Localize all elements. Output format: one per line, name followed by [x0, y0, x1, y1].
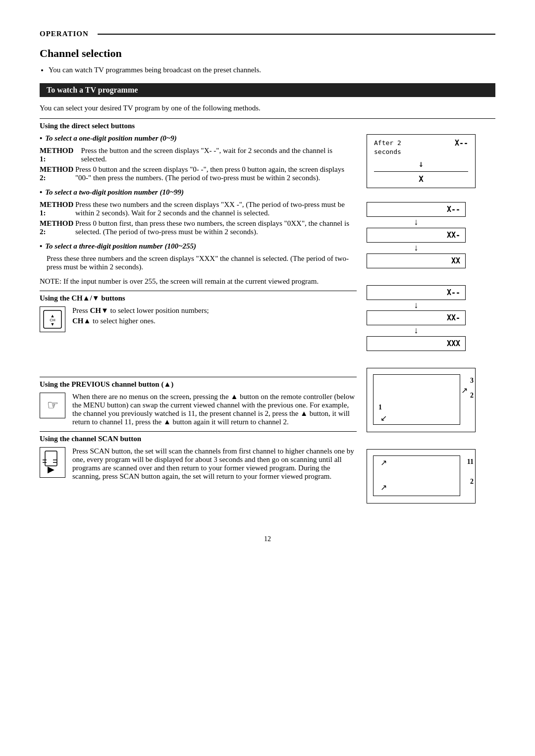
diag-ch-inner: 3 2 1 ↗ ↙: [373, 374, 460, 425]
ch-up-text: CH▲ to select higher ones.: [72, 317, 209, 325]
scan-icon: ▶: [40, 447, 65, 478]
prev-channel-section: Using the PREVIOUS channel button (▲): [40, 377, 357, 389]
select-method-intro: You can select your desired TV program b…: [40, 104, 495, 112]
diag1-after-label: After 2 seconds: [374, 139, 401, 156]
method2-two-text: Press 0 button first, than press these t…: [75, 219, 357, 236]
diag3-arrow2: ↓: [367, 325, 466, 336]
diag1-group: After 2 seconds X-- ↓ X: [367, 134, 476, 193]
diag-ch: 3 2 1 ↗ ↙: [367, 368, 476, 432]
diag1-x: X: [374, 171, 468, 184]
method1-two-label: METHOD 1:: [40, 201, 75, 217]
ch-buttons-text: Press CH▼ to select lower position numbe…: [72, 306, 209, 325]
operation-header: OPERATION: [40, 30, 495, 38]
scan-title: Using the channel SCAN button: [40, 435, 357, 443]
prev-channel-text: When there are no menus on the screen, p…: [72, 393, 357, 426]
diag2-row2: XX-: [367, 228, 466, 243]
ch-down-text: Press CH▼ to select lower position numbe…: [72, 306, 209, 315]
method1-two-line: METHOD 1: Press these two numbers and th…: [40, 201, 357, 217]
prev-channel-content: ☞ When there are no menus on the screen,…: [40, 393, 357, 426]
method2-two-label: METHOD 2:: [40, 219, 75, 236]
svg-text:▼: ▼: [51, 322, 55, 327]
svg-text:☞: ☞: [47, 398, 58, 412]
ch-buttons-section: Using the CH▲/▼ buttons: [40, 291, 357, 302]
diag3-group: X-- ↓ XX- ↓ XXX: [367, 285, 466, 359]
diag2-row1: X--: [367, 202, 466, 217]
diag-prev-num2: 2: [470, 478, 474, 486]
diag3-arrow1: ↓: [367, 300, 466, 311]
direct-buttons-title: Using the direct select buttons: [40, 122, 495, 130]
method2-two-line: METHOD 2: Press 0 button first, than pre…: [40, 219, 357, 236]
diag2-arrow1: ↓: [367, 217, 466, 228]
one-digit-label: • To select a one-digit position number …: [40, 134, 357, 143]
spacer-ch: [40, 337, 357, 377]
diag3-row3: XXX: [367, 336, 466, 351]
method2-one-text: Press 0 button and the screen displays "…: [75, 165, 357, 182]
note-text: NOTE: If the input number is over 255, t…: [40, 277, 357, 286]
left-column: • To select a one-digit position number …: [40, 134, 367, 486]
diag-ch-arrow-up: ↗: [461, 386, 468, 395]
diag-ch-num1: 1: [378, 403, 382, 411]
method1-one-line: METHOD 1: Press the button and the scree…: [40, 147, 357, 163]
page-number: 12: [40, 535, 495, 543]
diag3-row2: XX-: [367, 310, 466, 325]
main-content: • To select a one-digit position number …: [40, 134, 495, 520]
intro-list: You can watch TV programmes being broadc…: [49, 66, 495, 74]
diag1: After 2 seconds X-- ↓ X: [367, 134, 476, 188]
diag-ch-numbers: 3 2 1 ↗ ↙: [374, 375, 460, 424]
diag-prev-group: 11 2 ↗ ↗: [367, 449, 476, 511]
tv-programme-header: To watch a TV programme: [40, 83, 495, 97]
method2-one-line: METHOD 2: Press 0 button and the screen …: [40, 165, 357, 182]
diag-prev: 11 2 ↗ ↗: [367, 449, 476, 504]
prev-channel-title: Using the PREVIOUS channel button (▲): [40, 380, 357, 389]
prev-icon: ☞: [40, 393, 65, 418]
diag-prev-num11: 11: [467, 458, 474, 466]
svg-rect-5: [45, 451, 57, 466]
diag-ch-num2: 2: [470, 392, 474, 400]
scan-section: Using the channel SCAN button: [40, 431, 357, 443]
ch-icon: ▲ CH ▼: [40, 306, 65, 332]
prev-icon-svg: ☞: [43, 396, 62, 415]
scan-content: ▶ Press SCAN button, the set will scan t…: [40, 447, 357, 481]
diag2-arrow2: ↓: [367, 243, 466, 253]
operation-divider: [98, 34, 495, 35]
diag-prev-arrow1: ↗: [380, 458, 387, 467]
diag2: X-- ↓ XX- ↓ XX: [367, 202, 466, 268]
method2-one-label: METHOD 2:: [40, 165, 75, 182]
method1-one-label: METHOD 1:: [40, 147, 81, 163]
diag2-row3: XX: [367, 253, 466, 268]
ch-buttons-title: Using the CH▲/▼ buttons: [40, 294, 357, 302]
svg-text:▶: ▶: [48, 464, 54, 474]
three-digit-label: • To select a three-digit position numbe…: [40, 242, 357, 251]
direct-buttons-section: Using the direct select buttons: [40, 118, 495, 130]
method1-one-text: Press the button and the screen displays…: [81, 147, 357, 163]
right-column: After 2 seconds X-- ↓ X X-- ↓ XX- ↓ XX: [367, 134, 495, 520]
page-title: Channel selection: [40, 47, 495, 60]
scan-text: Press SCAN button, the set will scan the…: [72, 447, 357, 481]
method1-two-text: Press these two numbers and the screen d…: [75, 201, 357, 217]
diag-prev-numbers: 11 2 ↗ ↗: [374, 456, 460, 496]
diag-prev-inner: 11 2 ↗ ↗: [373, 455, 460, 496]
diag3: X-- ↓ XX- ↓ XXX: [367, 285, 466, 351]
ch-icon-svg: ▲ CH ▼: [43, 309, 62, 329]
diag1-top-row: After 2 seconds X--: [374, 139, 468, 156]
two-digit-label: • To select a two-digit position number …: [40, 188, 357, 197]
diag-prev-arrow2: ↗: [380, 483, 387, 492]
diag-ch-group: 3 2 1 ↗ ↙: [367, 368, 476, 440]
operation-label: OPERATION: [40, 30, 89, 38]
ch-buttons-content: ▲ CH ▼ Press CH▼ to select lower positio…: [40, 306, 357, 332]
diag-ch-arrow-down: ↙: [380, 413, 387, 423]
intro-bullet-item: You can watch TV programmes being broadc…: [49, 66, 495, 74]
diag1-xdash: X--: [455, 139, 468, 148]
diag3-row1: X--: [367, 285, 466, 300]
diag1-arrow: ↓: [374, 158, 468, 169]
diag2-group: X-- ↓ XX- ↓ XX: [367, 202, 466, 276]
three-digit-text: Press these three numbers and the screen…: [40, 254, 357, 271]
diag-ch-num3: 3: [470, 377, 474, 385]
scan-icon-svg: ▶: [43, 450, 62, 475]
